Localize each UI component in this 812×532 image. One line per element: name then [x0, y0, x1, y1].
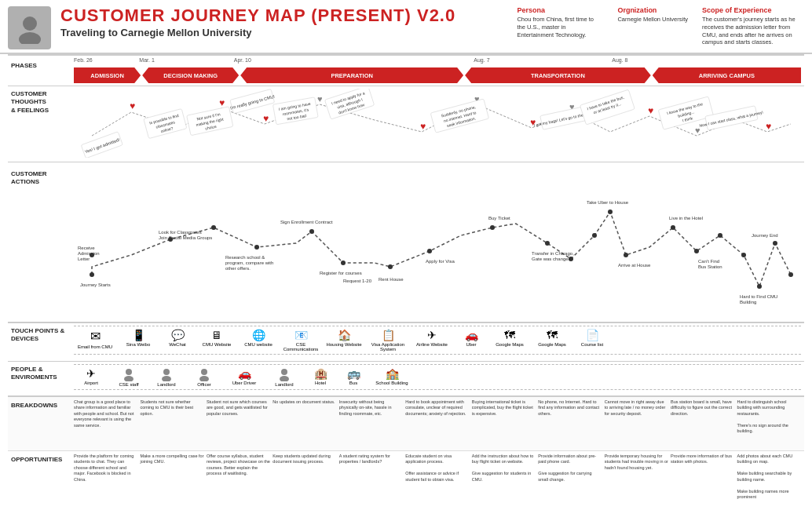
sub-title: Traveling to Carnegie Mellon University	[60, 27, 517, 38]
breakdown-10: Bus station board is small, have difficu…	[671, 399, 734, 435]
cmu-web2-icon: 🌐	[252, 329, 265, 341]
touchpoint-gmaps2: 🗺 Google Maps	[532, 329, 572, 347]
opp-3: Offer course syllabus, student reviews, …	[207, 454, 270, 500]
touchpoint-airline: ✈ Airline Website	[411, 329, 452, 347]
svg-point-56	[757, 284, 762, 289]
svg-point-0	[23, 16, 37, 31]
heart-1: ♥	[130, 100, 135, 111]
person-airport: ✈ Airport	[74, 367, 108, 385]
opp-5: A student rating system for properties /…	[339, 454, 403, 500]
opp-1: Provide the platform for coming students…	[74, 454, 137, 500]
breakdown-2: Students not sure whether coming to CMU …	[140, 399, 203, 435]
persona-col: Persona Chou from China, first time to t…	[517, 6, 603, 46]
wechat-icon: 💬	[171, 329, 185, 341]
action-hotel: Live in the Hotel	[669, 216, 703, 220]
action-uber: Take Uber to House	[587, 200, 629, 205]
svg-point-40	[211, 225, 216, 230]
breakdown-4: No updates on document status.	[272, 399, 336, 435]
svg-point-43	[341, 261, 346, 265]
persona-label: Persona	[517, 6, 603, 14]
person-hotel: 🏨 Hotel	[305, 367, 336, 385]
svg-point-51	[624, 253, 628, 257]
breakdown-3: Student not sure which courses are good,…	[207, 399, 270, 435]
date-1: Feb. 26	[74, 57, 93, 63]
touchpoint-cmu-website: 🖥 CMU Website	[198, 329, 236, 347]
touchpoints-label: TOUCH POINTS &DEVICES	[8, 323, 71, 361]
person-landlord2: Landlord	[267, 367, 302, 387]
action-register: Register for courses	[320, 271, 362, 275]
svg-point-41	[254, 245, 259, 250]
svg-point-49	[592, 233, 597, 238]
heart-4: ♥	[263, 113, 269, 124]
action-visa: Apply for Visa	[426, 259, 455, 264]
action-research: Research school &	[225, 255, 265, 260]
school-icon: 🏫	[386, 367, 399, 380]
svg-text:Letter: Letter	[78, 257, 90, 261]
svg-point-72	[199, 376, 209, 381]
cse-person-icon	[122, 367, 136, 381]
date-2: Mar. 1	[139, 57, 154, 63]
svg-point-57	[773, 241, 777, 246]
svg-point-67	[126, 369, 132, 375]
header: CUSTOMER JOURNEY MAP (PRESENT) V2.0 Trav…	[0, 0, 812, 54]
phase-transportation: TRANSPORTATION	[465, 67, 651, 83]
airport-icon: ✈	[86, 367, 96, 380]
people-list: ✈ Airport CSE staff Landlord Officer	[74, 367, 801, 387]
touchpoint-cmu-web2: 🌐 CMU website	[239, 329, 278, 347]
org-text: Carnegie Mellon University	[617, 16, 688, 24]
thoughts-row: CUSTOMERTHOUGHTS& FEELINGS ♥ ♥ ♥ ♥ ♥ ♥ ♥…	[8, 86, 804, 162]
visa-icon: 📋	[382, 329, 395, 341]
opp-6: Educate student on visa application proc…	[405, 454, 469, 500]
org-col: Orgnization Carnegie Mellon University	[617, 6, 688, 46]
opportunities-grid: Provide the platform for coming students…	[74, 454, 801, 500]
svg-text:Join Social Media Groups: Join Social Media Groups	[159, 235, 212, 240]
phase-admission: ADMISSION	[74, 67, 141, 83]
touchpoint-weibo: 📱 Sina Weibo	[119, 329, 157, 347]
touchpoint-cse: 📧 CSECommunications	[281, 329, 320, 352]
svg-point-52	[671, 225, 675, 230]
thoughts-content: ♥ ♥ ♥ ♥ ♥ ♥ ♥ ♥ ♥ ♥ ♥ ♥ Yes! I got admit…	[71, 86, 804, 162]
actions-label: CUSTOMERACTIONS	[8, 162, 71, 322]
action-bus: Can't Find	[698, 259, 719, 264]
breakdown-5: Insecurity without being physically on-s…	[339, 399, 403, 435]
touchpoint-email-cmu: ✉ Email from CMU	[74, 329, 116, 349]
svg-point-37	[90, 272, 94, 277]
heart-6: ♥	[420, 121, 426, 132]
person-landlord: Landlord	[149, 367, 184, 387]
svg-text:other offers.: other offers.	[225, 266, 251, 271]
action-ticket: Buy Ticket	[488, 216, 510, 220]
svg-point-73	[281, 369, 287, 375]
actions-svg: Journey Starts Receive Admission Letter …	[74, 165, 801, 318]
svg-point-45	[427, 249, 432, 253]
scope-col: Scope of Experience The customer's journ…	[702, 6, 804, 46]
touchpoints-list: ✉ Email from CMU 📱 Sina Weibo 💬 WeChat 🖥…	[74, 329, 801, 352]
airline-icon: ✈	[427, 329, 437, 341]
svg-text:Gate was changed.: Gate was changed.	[532, 257, 572, 261]
gmaps2-icon: 🗺	[547, 329, 558, 341]
landlord-icon	[159, 367, 174, 381]
phase-decision: DECISION MAKING	[142, 67, 239, 83]
svg-point-71	[201, 369, 207, 375]
heart-5: ♥	[317, 94, 323, 104]
svg-text:Building: Building	[740, 300, 756, 304]
hotel-icon: 🏨	[314, 367, 327, 380]
email-icon: ✉	[90, 329, 101, 344]
person-officer: Officer	[187, 367, 221, 387]
touchpoints-row: TOUCH POINTS &DEVICES ✉ Email from CMU 📱…	[8, 322, 804, 361]
touchpoint-course-list: 📄 Course list	[575, 329, 609, 347]
thoughts-label: CUSTOMERTHOUGHTS& FEELINGS	[8, 86, 71, 162]
person-bus: 🚌 Bus	[339, 367, 368, 385]
heart-3: ♥	[219, 97, 225, 108]
action-classmates: Look for Classmates	[159, 230, 202, 235]
bus-icon: 🚌	[347, 367, 360, 380]
opp-7: Add the instruction about how to buy fli…	[472, 454, 536, 500]
breakdown-1: Chat group is a good place to share info…	[74, 399, 137, 435]
breakdowns-label: BREAKDOWNS	[8, 397, 71, 450]
opportunities-label: OPPORTUNITIES	[8, 451, 71, 505]
action-journey-end: Journey End	[752, 233, 778, 238]
header-info: Persona Chou from China, first time to t…	[517, 6, 804, 46]
actions-row: CUSTOMERACTIONS	[8, 162, 804, 322]
avatar	[8, 6, 51, 49]
svg-point-47	[545, 241, 550, 246]
opportunities-row: OPPORTUNITIES Provide the platform for c…	[8, 450, 804, 505]
